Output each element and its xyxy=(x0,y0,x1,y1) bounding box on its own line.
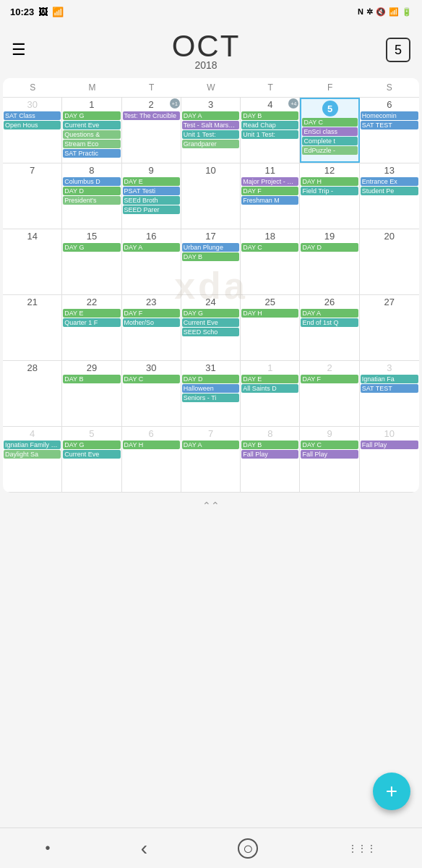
back-button[interactable]: ‹ xyxy=(141,837,147,860)
day-cell-19[interactable]: 19DAY D xyxy=(300,229,359,294)
event-item[interactable]: DAY G xyxy=(63,441,120,449)
day-cell-4[interactable]: +44DAY BRead ChapUnit 1 Test: xyxy=(241,98,300,163)
event-item[interactable]: DAY C xyxy=(301,441,358,449)
event-item[interactable]: DAY D xyxy=(301,243,358,252)
event-item[interactable]: President's xyxy=(63,196,120,205)
event-item[interactable]: DAY E xyxy=(63,309,120,318)
event-item[interactable]: DAY C xyxy=(241,243,298,252)
event-item[interactable]: Seniors - Ti xyxy=(182,393,239,402)
event-item[interactable]: DAY B xyxy=(241,441,298,449)
event-item[interactable]: Stream Eco xyxy=(63,140,120,148)
event-item[interactable]: DAY B xyxy=(241,111,298,120)
event-item[interactable]: DAY G xyxy=(63,111,120,120)
day-cell-18[interactable]: 18DAY C xyxy=(241,229,300,294)
event-item[interactable]: SAT TEST xyxy=(361,384,418,393)
day-cell-17[interactable]: 17Urban PlungeDAY B xyxy=(181,229,241,294)
day-cell-5[interactable]: 5DAY CEnSci classComplete tEdPuzzle - xyxy=(300,98,359,163)
day-cell-1[interactable]: 1DAY EAll Saints D xyxy=(241,361,300,426)
day-cell-2[interactable]: +12Test: The Crucible xyxy=(122,98,181,163)
event-item[interactable]: Urban Plunge xyxy=(182,243,239,252)
day-cell-29[interactable]: 29DAY B xyxy=(62,361,121,426)
event-item[interactable]: Questions & xyxy=(63,130,120,139)
event-item[interactable]: Major Project - Ecology xyxy=(241,177,298,186)
day-cell-3[interactable]: 3DAY ATest - Salt Marsh & TreeUnit 1 Tes… xyxy=(181,98,241,163)
day-cell-20[interactable]: 20 xyxy=(360,229,419,294)
event-item[interactable]: Current Eve xyxy=(182,318,239,327)
event-item[interactable]: DAY E xyxy=(241,375,298,383)
event-item[interactable]: EnSci class xyxy=(302,127,357,136)
event-item[interactable]: End of 1st Q xyxy=(301,318,358,327)
event-item[interactable]: Grandparer xyxy=(182,140,239,148)
day-cell-9[interactable]: 9DAY CFall Play xyxy=(300,427,359,492)
event-item[interactable]: SAT Class xyxy=(4,111,61,120)
day-cell-28[interactable]: 28 xyxy=(3,361,62,426)
day-cell-3[interactable]: 3Ignatian FaSAT TEST xyxy=(360,361,419,426)
event-item[interactable]: Student Pe xyxy=(361,187,418,195)
event-item[interactable]: DAY F xyxy=(241,187,298,195)
day-cell-14[interactable]: 14 xyxy=(3,229,62,294)
day-cell-31[interactable]: 31DAY DHalloweenSeniors - Ti xyxy=(181,361,241,426)
event-item[interactable]: Freshman M xyxy=(241,196,298,205)
day-cell-30[interactable]: 30DAY C xyxy=(122,361,181,426)
event-item[interactable]: DAY H xyxy=(301,177,358,186)
event-item[interactable]: DAY A xyxy=(182,441,239,449)
event-item[interactable]: DAY A xyxy=(123,243,180,252)
day-cell-27[interactable]: 27 xyxy=(360,295,419,360)
event-item[interactable]: Quarter 1 F xyxy=(63,318,120,327)
event-item[interactable]: SEED Parer xyxy=(123,205,180,214)
event-item[interactable]: DAY B xyxy=(63,375,120,383)
event-item[interactable]: All Saints D xyxy=(241,384,298,393)
event-item[interactable]: Daylight Sa xyxy=(4,450,61,459)
event-item[interactable]: Open Hous xyxy=(4,121,61,129)
event-item[interactable]: Unit 1 Test: xyxy=(241,130,298,139)
day-cell-4[interactable]: 4Ignatian Family Teach-InDaylight Sa xyxy=(3,427,62,492)
event-item[interactable]: Read Chap xyxy=(241,121,298,129)
add-event-fab[interactable]: + xyxy=(373,773,410,810)
day-cell-10[interactable]: 10 xyxy=(181,163,241,229)
menu-button[interactable]: ⋮⋮⋮ xyxy=(348,843,376,854)
event-item[interactable]: DAY C xyxy=(302,118,357,127)
event-item[interactable]: SAT Practic xyxy=(63,149,120,158)
day-badge[interactable]: 5 xyxy=(386,38,410,62)
day-cell-25[interactable]: 25DAY H xyxy=(241,295,300,360)
day-cell-22[interactable]: 22DAY EQuarter 1 F xyxy=(62,295,121,360)
day-cell-24[interactable]: 24DAY GCurrent EveSEED Scho xyxy=(181,295,241,360)
event-item[interactable]: Entrance Ex xyxy=(361,177,418,186)
day-cell-23[interactable]: 23DAY FMother/So xyxy=(122,295,181,360)
hamburger-menu[interactable]: ☰ xyxy=(12,41,26,59)
event-item[interactable]: Fall Play xyxy=(241,450,298,459)
day-cell-26[interactable]: 26DAY AEnd of 1st Q xyxy=(300,295,359,360)
event-item[interactable]: DAY D xyxy=(63,187,120,195)
home-button[interactable]: ○ xyxy=(238,838,258,859)
event-item[interactable]: SEED Scho xyxy=(182,328,239,336)
event-item[interactable]: PSAT Testi xyxy=(123,187,180,195)
event-item[interactable]: Halloween xyxy=(182,384,239,393)
event-item[interactable]: DAY B xyxy=(182,252,239,261)
day-cell-9[interactable]: 9DAY EPSAT TestiSEEd BrothSEED Parer xyxy=(122,163,181,229)
event-item[interactable]: Fall Play xyxy=(361,441,418,449)
day-cell-1[interactable]: 1DAY GCurrent EveQuestions &Stream EcoSA… xyxy=(62,98,121,163)
event-item[interactable]: Current Eve xyxy=(63,121,120,129)
day-cell-30[interactable]: 30SAT ClassOpen Hous xyxy=(3,98,62,163)
day-cell-10[interactable]: 10Fall Play xyxy=(360,427,419,492)
day-cell-12[interactable]: 12DAY HField Trip - xyxy=(300,163,359,229)
event-item[interactable]: DAY H xyxy=(123,441,180,449)
event-item[interactable]: DAY C xyxy=(123,375,180,383)
day-cell-21[interactable]: 21 xyxy=(3,295,62,360)
event-item[interactable]: DAY G xyxy=(63,243,120,252)
event-item[interactable]: Fall Play xyxy=(301,450,358,459)
day-cell-15[interactable]: 15DAY G xyxy=(62,229,121,294)
event-item[interactable]: DAY F xyxy=(123,309,180,318)
event-item[interactable]: Homecomin xyxy=(361,111,418,120)
event-item[interactable]: DAY A xyxy=(182,111,239,120)
day-cell-8[interactable]: 8DAY BFall Play xyxy=(241,427,300,492)
day-cell-13[interactable]: 13Entrance ExStudent Pe xyxy=(360,163,419,229)
event-item[interactable]: DAY D xyxy=(182,375,239,383)
event-item[interactable]: Ignatian Fa xyxy=(361,375,418,383)
day-cell-6[interactable]: 6DAY H xyxy=(122,427,181,492)
event-item[interactable]: SEEd Broth xyxy=(123,196,180,205)
event-item[interactable]: Current Eve xyxy=(63,450,120,459)
day-cell-8[interactable]: 8Columbus DDAY DPresident's xyxy=(62,163,121,229)
event-item[interactable]: Mother/So xyxy=(123,318,180,327)
event-item[interactable]: DAY A xyxy=(301,309,358,318)
